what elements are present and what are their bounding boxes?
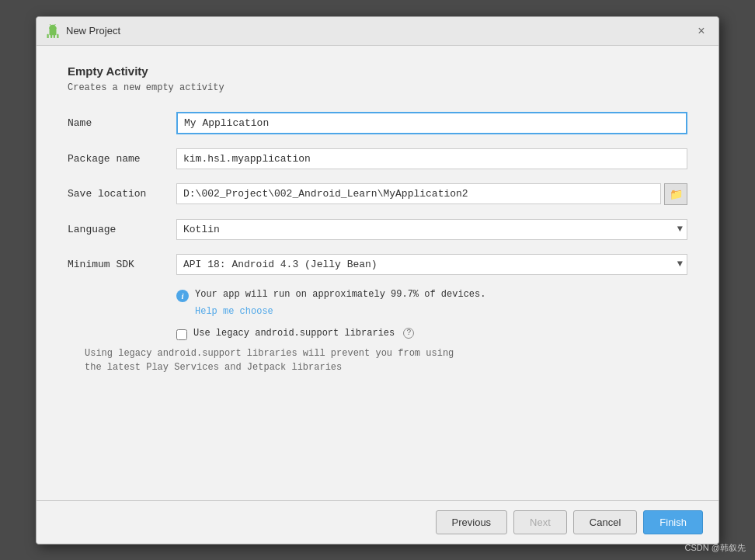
name-row: Name (68, 112, 687, 134)
minsdk-control: API 18: Android 4.3 (Jelly Bean) API 21:… (176, 254, 687, 275)
minsdk-select[interactable]: API 18: Android 4.3 (Jelly Bean) API 21:… (176, 254, 687, 275)
previous-button[interactable]: Previous (436, 510, 508, 534)
minsdk-select-wrapper: API 18: Android 4.3 (Jelly Bean) API 21:… (176, 254, 687, 275)
package-label: Package name (68, 153, 176, 165)
language-select-wrapper: Kotlin Java ▼ (176, 219, 687, 240)
language-control: Kotlin Java ▼ (176, 219, 687, 240)
save-location-row: Save location 📁 (68, 183, 687, 205)
finish-button[interactable]: Finish (643, 510, 703, 534)
legacy-label-text: Use legacy android.support libraries (193, 328, 395, 339)
package-control (176, 148, 687, 169)
name-label: Name (68, 117, 176, 129)
info-block: i Your app will run on approximately 99.… (176, 289, 687, 317)
legacy-checkbox[interactable] (176, 329, 187, 340)
info-row: i Your app will run on approximately 99.… (176, 289, 687, 302)
android-icon (46, 24, 60, 38)
dialog-title: New Project (66, 25, 120, 37)
language-label: Language (68, 224, 176, 235)
close-button[interactable]: × (694, 23, 709, 39)
section-subtitle: Creates a new empty activity (68, 82, 687, 93)
legacy-description: Using legacy android.support libraries w… (85, 346, 687, 374)
save-label: Save location (68, 188, 176, 200)
info-text: Your app will run on approximately 99.7%… (195, 289, 485, 300)
legacy-label: Use legacy android.support libraries ? (193, 328, 414, 339)
title-left: New Project (46, 24, 120, 38)
legacy-checkbox-row: Use legacy android.support libraries ? (176, 328, 687, 340)
minsdk-row: Minimum SDK API 18: Android 4.3 (Jelly B… (68, 254, 687, 275)
name-input[interactable] (176, 112, 687, 134)
browse-button[interactable]: 📁 (664, 183, 687, 205)
language-select[interactable]: Kotlin Java (176, 219, 687, 240)
info-icon: i (176, 290, 189, 302)
titlebar: New Project × (37, 17, 718, 46)
minsdk-label: Minimum SDK (68, 259, 176, 270)
help-question-icon[interactable]: ? (403, 328, 414, 339)
dialog-footer: Previous Next Cancel Finish (37, 500, 718, 544)
watermark: CSDN @韩叙先 (685, 542, 746, 554)
save-input-group: 📁 (176, 183, 687, 205)
next-button[interactable]: Next (513, 510, 567, 534)
help-me-choose-link[interactable]: Help me choose (195, 306, 273, 317)
save-control: 📁 (176, 183, 687, 205)
name-control (176, 112, 687, 134)
section-title: Empty Activity (68, 64, 687, 78)
dialog-body: Empty Activity Creates a new empty activ… (37, 46, 718, 500)
legacy-desc-line1: Using legacy android.support libraries w… (85, 348, 454, 359)
new-project-dialog: New Project × Empty Activity Creates a n… (36, 16, 719, 544)
save-location-input[interactable] (176, 183, 661, 204)
package-row: Package name (68, 148, 687, 169)
legacy-desc-line2: the latest Play Services and Jetpack lib… (85, 362, 342, 373)
language-row: Language Kotlin Java ▼ (68, 219, 687, 240)
package-input[interactable] (176, 148, 687, 169)
cancel-button[interactable]: Cancel (573, 510, 637, 534)
